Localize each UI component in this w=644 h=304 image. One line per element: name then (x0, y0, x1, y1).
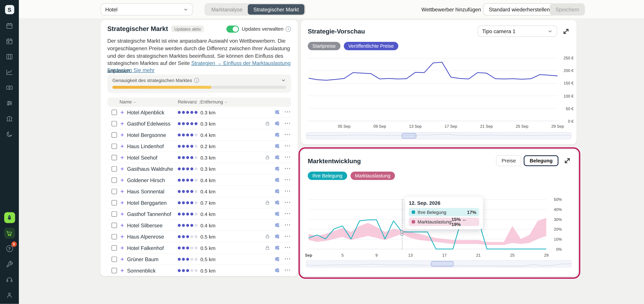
column-distance[interactable]: Entfernung (200, 99, 223, 104)
row-adjust-icon[interactable] (274, 132, 280, 138)
sidebar-item-tables[interactable] (4, 51, 15, 62)
row-menu-button[interactable]: ⋯ (284, 153, 291, 161)
sidebar-item-account[interactable] (4, 290, 15, 301)
row-adjust-icon[interactable] (274, 268, 280, 273)
discover-more-link[interactable]: Entdecken Sie mehr (107, 67, 154, 73)
relevance-dots (178, 145, 198, 148)
row-adjust-icon[interactable] (274, 177, 280, 183)
hotel-select[interactable]: Hotel (100, 3, 193, 15)
row-checkbox[interactable] (112, 245, 117, 251)
row-checkbox[interactable] (112, 121, 117, 127)
row-adjust-icon[interactable] (274, 200, 280, 206)
preview-range-scrubber[interactable] (306, 132, 572, 140)
strategy-influence-link[interactable]: Strategien → Einfluss der Marktauslastun… (191, 60, 290, 66)
restore-default-button[interactable]: Standard wiederherstellen (483, 3, 556, 15)
tab-marktanalyse[interactable]: Marktanalyse (206, 4, 248, 15)
scrubber-selection[interactable] (431, 261, 454, 267)
room-type-select[interactable]: Tipo camera 1 (478, 26, 557, 37)
row-checkbox[interactable] (112, 223, 117, 228)
relevance-dots (178, 122, 198, 125)
toggle-belegung[interactable]: Belegung (524, 155, 558, 166)
row-adjust-icon[interactable] (274, 211, 280, 217)
chevron-down-icon[interactable] (281, 78, 286, 83)
row-checkbox[interactable] (112, 177, 117, 183)
bank-icon (6, 115, 13, 122)
row-menu-button[interactable]: ⋯ (284, 266, 291, 274)
row-checkbox[interactable] (112, 200, 117, 206)
row-checkbox[interactable] (112, 144, 117, 149)
sidebar-item-help[interactable]: ? 3 (4, 243, 15, 254)
relevance-dots (178, 247, 198, 250)
row-menu-button[interactable]: ⋯ (284, 108, 291, 116)
row-menu-button[interactable]: ⋯ (284, 232, 291, 240)
row-adjust-icon[interactable] (274, 121, 280, 126)
row-adjust-icon[interactable] (274, 234, 280, 239)
row-checkbox[interactable] (112, 132, 117, 138)
save-button[interactable]: Speichern (550, 3, 585, 15)
row-menu-button[interactable]: ⋯ (284, 198, 291, 206)
sidebar-item-support[interactable] (4, 274, 15, 285)
expand-icon[interactable] (564, 157, 571, 164)
sidebar-item-planning[interactable] (4, 36, 15, 46)
row-menu-button[interactable]: ⋯ (284, 142, 291, 150)
chip-startpreise[interactable]: Startpreise (308, 42, 340, 50)
sidebar-item-payments[interactable] (4, 82, 15, 93)
market-range-scrubber[interactable] (306, 260, 572, 268)
app-logo[interactable]: S (5, 5, 14, 14)
chip-veroeffentlichte-preise[interactable]: Veröffentlichte Preise (344, 42, 398, 50)
row-adjust-icon[interactable] (274, 143, 280, 149)
row-checkbox[interactable] (112, 268, 117, 273)
scrubber-selection[interactable] (402, 133, 416, 139)
sparkle-icon (120, 268, 124, 273)
row-adjust-icon[interactable] (274, 222, 280, 228)
add-competitor-button[interactable]: Wettbewerber hinzufügen (422, 3, 481, 15)
tooltip-value: 15% ↔ 19% (452, 217, 476, 227)
row-menu-button[interactable]: ⋯ (284, 210, 291, 217)
table-row: Haus Sonnental 0.4 km ⋯ (107, 186, 291, 197)
sidebar-item-settings[interactable] (4, 98, 15, 109)
info-icon[interactable]: i (286, 26, 291, 32)
sidebar-item-calendar[interactable] (4, 20, 15, 31)
row-adjust-icon[interactable] (274, 188, 280, 194)
row-checkbox[interactable] (112, 189, 117, 194)
row-menu-button[interactable]: ⋯ (284, 255, 291, 263)
chip-marktauslastung[interactable]: Marktauslastung (350, 171, 395, 180)
relevance-dots (178, 213, 198, 216)
sidebar-item-market[interactable] (4, 113, 15, 124)
row-adjust-icon[interactable] (274, 166, 280, 171)
room-type-value: Tipo camera 1 (482, 28, 516, 34)
table-row: Sonnenblick 0.5 km ⋯ (107, 265, 291, 276)
row-menu-button[interactable]: ⋯ (284, 244, 291, 251)
tab-strategischer-markt[interactable]: Strategischer Markt (248, 4, 304, 15)
sidebar-item-launch[interactable] (4, 212, 15, 223)
column-name[interactable]: Name (120, 99, 132, 104)
sidebar-item-tools[interactable] (4, 259, 15, 270)
sidebar-item-analytics[interactable] (4, 67, 15, 78)
row-adjust-icon[interactable] (274, 245, 280, 251)
row-checkbox[interactable] (112, 110, 117, 115)
row-checkbox[interactable] (112, 211, 117, 217)
row-checkbox[interactable] (112, 155, 117, 160)
sidebar-item-night[interactable] (4, 129, 15, 140)
sidebar-item-cart[interactable] (4, 228, 15, 239)
row-menu-button[interactable]: ⋯ (284, 131, 291, 138)
row-checkbox[interactable] (112, 234, 117, 240)
column-relevance[interactable]: Relevanz (178, 99, 197, 104)
updates-toggle[interactable] (226, 25, 239, 32)
table-row: Hotel Alpenblick 0.3 km ⋯ (107, 107, 291, 118)
chip-ihre-belegung[interactable]: Ihre Belegung (308, 171, 347, 180)
row-menu-button[interactable]: ⋯ (284, 187, 291, 195)
row-menu-button[interactable]: ⋯ (284, 221, 291, 229)
row-checkbox[interactable] (112, 166, 117, 172)
row-menu-button[interactable]: ⋯ (284, 164, 291, 172)
relevance-dots (178, 190, 198, 193)
row-menu-button[interactable]: ⋯ (284, 176, 291, 183)
row-adjust-icon[interactable] (274, 154, 280, 160)
expand-icon[interactable] (562, 27, 570, 35)
row-adjust-icon[interactable] (274, 109, 280, 115)
accuracy-panel[interactable]: Genauigkeit des strategischen Marktes i (107, 74, 291, 93)
row-checkbox[interactable] (112, 257, 117, 262)
toggle-preise[interactable]: Preise (496, 155, 521, 166)
row-menu-button[interactable]: ⋯ (284, 119, 291, 127)
row-adjust-icon[interactable] (274, 256, 280, 262)
